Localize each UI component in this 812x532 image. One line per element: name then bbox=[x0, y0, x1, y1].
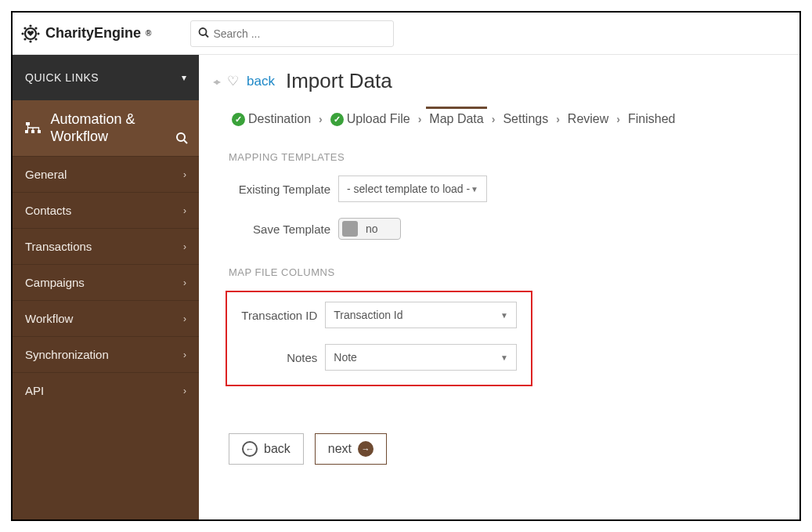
sidebar-item-label: Synchronization bbox=[25, 348, 109, 361]
sidebar-item-api[interactable]: API› bbox=[13, 372, 199, 408]
sidebar-nav: General› Contacts› Transactions› Campaig… bbox=[13, 156, 199, 408]
chevron-right-icon: › bbox=[556, 113, 560, 125]
chevron-right-icon: › bbox=[319, 113, 323, 125]
column-label-transaction-id: Transaction ID bbox=[230, 309, 317, 322]
svg-point-7 bbox=[23, 38, 26, 40]
step-label: Upload File bbox=[347, 112, 410, 126]
chevron-down-icon: ▼ bbox=[471, 185, 478, 194]
quick-links-label: QUICK LINKS bbox=[25, 71, 99, 84]
svg-rect-13 bbox=[31, 130, 34, 133]
sidebar-item-label: Contacts bbox=[25, 204, 71, 217]
search-icon bbox=[198, 27, 209, 40]
column-label-notes: Notes bbox=[230, 351, 317, 364]
resize-handle-icon[interactable]: ◂▸ bbox=[213, 76, 219, 87]
svg-line-10 bbox=[206, 34, 209, 38]
check-icon: ✓ bbox=[232, 113, 245, 126]
svg-point-2 bbox=[29, 40, 31, 42]
sidebar-item-label: Workflow bbox=[25, 312, 73, 325]
chevron-down-icon: ▼ bbox=[500, 311, 508, 320]
search-input[interactable] bbox=[190, 20, 394, 47]
page-title: Import Data bbox=[286, 69, 392, 93]
step-finished[interactable]: Finished bbox=[625, 109, 678, 129]
column-select-notes[interactable]: Note ▼ bbox=[325, 344, 517, 371]
sidebar-item-campaigns[interactable]: Campaigns› bbox=[13, 264, 199, 300]
chevron-right-icon: › bbox=[418, 113, 422, 125]
chevron-right-icon: › bbox=[183, 169, 186, 180]
svg-point-9 bbox=[200, 28, 207, 35]
select-value: Transaction Id bbox=[334, 309, 402, 321]
step-label: Destination bbox=[248, 112, 311, 126]
chevron-right-icon: › bbox=[183, 313, 186, 324]
step-upload-file[interactable]: ✓Upload File bbox=[327, 109, 413, 129]
step-label: Settings bbox=[503, 112, 548, 126]
toggle-knob bbox=[342, 221, 358, 237]
sidebar-item-workflow[interactable]: Workflow› bbox=[13, 300, 199, 336]
step-map-data[interactable]: Map Data bbox=[426, 107, 486, 129]
button-label: back bbox=[264, 442, 291, 456]
svg-point-15 bbox=[177, 133, 185, 141]
back-button[interactable]: ← back bbox=[229, 433, 304, 465]
chevron-down-icon: ▼ bbox=[500, 353, 508, 362]
heart-icon[interactable]: ♡ bbox=[227, 73, 239, 89]
button-label: next bbox=[328, 442, 352, 456]
chevron-right-icon: › bbox=[183, 349, 186, 360]
brand-name: CharityEngine bbox=[45, 25, 141, 42]
next-button[interactable]: next → bbox=[315, 433, 387, 465]
svg-rect-11 bbox=[26, 122, 30, 125]
save-template-toggle[interactable]: no bbox=[338, 218, 401, 240]
back-link[interactable]: back bbox=[247, 74, 275, 89]
svg-point-8 bbox=[34, 38, 37, 40]
gear-heart-icon bbox=[20, 24, 41, 44]
svg-point-1 bbox=[29, 24, 31, 27]
magnify-icon[interactable] bbox=[175, 132, 188, 147]
chevron-right-icon: › bbox=[183, 385, 186, 396]
step-destination[interactable]: ✓Destination bbox=[229, 109, 314, 129]
column-select-transaction-id[interactable]: Transaction Id ▼ bbox=[325, 302, 517, 328]
svg-point-4 bbox=[37, 32, 39, 34]
wizard-stepper: ✓Destination › ✓Upload File › Map Data ›… bbox=[229, 109, 781, 129]
toggle-value: no bbox=[366, 223, 378, 235]
chevron-right-icon: › bbox=[183, 241, 186, 252]
chevron-down-icon: ▾ bbox=[182, 72, 187, 83]
svg-rect-12 bbox=[25, 130, 28, 133]
save-template-label: Save Template bbox=[229, 223, 330, 236]
sidebar-item-label: API bbox=[25, 384, 44, 397]
step-label: Finished bbox=[628, 112, 675, 126]
arrow-left-icon: ← bbox=[242, 441, 258, 457]
step-settings[interactable]: Settings bbox=[500, 109, 551, 129]
sidebar-item-contacts[interactable]: Contacts› bbox=[13, 192, 199, 228]
existing-template-label: Existing Template bbox=[229, 183, 330, 196]
step-label: Review bbox=[568, 112, 608, 126]
sidebar-item-general[interactable]: General› bbox=[13, 156, 199, 192]
map-columns-highlight: Transaction ID Transaction Id ▼ Notes No… bbox=[226, 291, 532, 386]
chevron-right-icon: › bbox=[492, 113, 496, 125]
step-label: Map Data bbox=[429, 112, 483, 126]
chevron-right-icon: › bbox=[183, 277, 186, 288]
sidebar-item-label: Transactions bbox=[25, 240, 92, 253]
brand-logo: CharityEngine® bbox=[20, 24, 151, 44]
svg-rect-14 bbox=[38, 130, 41, 133]
arrow-right-icon: → bbox=[358, 441, 374, 457]
step-review[interactable]: Review bbox=[565, 109, 612, 129]
existing-template-select[interactable]: - select template to load - ▼ bbox=[338, 176, 487, 202]
workflow-icon bbox=[23, 119, 42, 138]
sidebar-item-label: General bbox=[25, 168, 67, 181]
sidebar-section-title: Automation & Workflow bbox=[50, 111, 188, 145]
sidebar-section-header[interactable]: Automation & Workflow bbox=[13, 100, 199, 156]
section-mapping-templates: MAPPING TEMPLATES bbox=[229, 151, 781, 163]
sidebar-item-synchronization[interactable]: Synchronization› bbox=[13, 336, 199, 372]
chevron-right-icon: › bbox=[183, 205, 186, 216]
section-map-columns: MAP FILE COLUMNS bbox=[229, 266, 781, 278]
svg-point-5 bbox=[23, 27, 26, 29]
svg-line-16 bbox=[184, 140, 187, 143]
chevron-right-icon: › bbox=[616, 113, 620, 125]
select-value: Note bbox=[334, 351, 357, 364]
check-icon: ✓ bbox=[330, 113, 344, 126]
svg-point-3 bbox=[21, 32, 23, 34]
select-value: - select template to load - bbox=[347, 183, 470, 195]
svg-point-6 bbox=[34, 27, 37, 29]
sidebar-item-label: Campaigns bbox=[25, 276, 85, 289]
quick-links-toggle[interactable]: QUICK LINKS ▾ bbox=[13, 55, 199, 100]
sidebar-item-transactions[interactable]: Transactions› bbox=[13, 228, 199, 264]
